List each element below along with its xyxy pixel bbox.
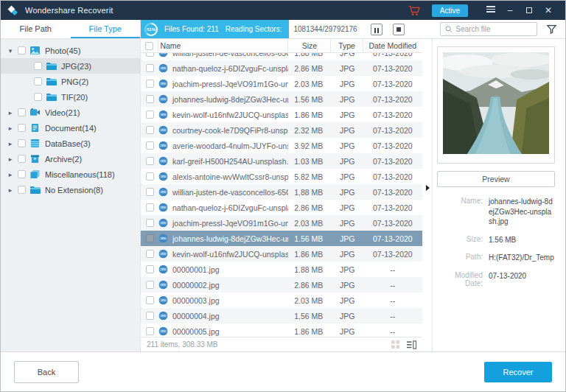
recover-button[interactable]: Recover: [484, 362, 552, 382]
row-checkbox[interactable]: [146, 126, 154, 134]
sidebar-item-miscellaneous[interactable]: ▸ Miscellaneous(118): [1, 167, 140, 182]
pause-scan-button[interactable]: [371, 24, 382, 35]
table-row[interactable]: JPG johannes-ludwig-8dejZGw3Hec-unsp... …: [141, 91, 422, 107]
tab-file-path[interactable]: File Path: [1, 20, 71, 38]
row-checkbox[interactable]: [146, 296, 154, 304]
row-checkbox[interactable]: [146, 327, 154, 335]
table-row[interactable]: JPG nathan-queloz-j-6DIZvguFc-unsplash..…: [141, 60, 422, 76]
maximize-icon[interactable]: [520, 5, 539, 15]
row-date: --: [363, 327, 422, 336]
table-row[interactable]: JPG courtney-cook-le7D9QFiPr8-unsplas...…: [141, 122, 422, 138]
table-row[interactable]: JPG 00000002.jpg 2.86 MB JPG --: [141, 277, 422, 293]
tree-checkbox[interactable]: [18, 155, 26, 163]
sidebar-item-tif[interactable]: TIF(20): [1, 89, 140, 105]
header-name[interactable]: Name: [158, 39, 288, 52]
scan-bar: 51% Files Found: 211 Reading Sectors: 10…: [141, 20, 565, 38]
tree-checkbox[interactable]: [34, 93, 42, 101]
row-checkbox[interactable]: [146, 265, 154, 273]
svg-text:JPG: JPG: [161, 175, 167, 178]
sidebar-item-database[interactable]: ▸ DataBase(3): [1, 136, 140, 151]
tree-checkbox[interactable]: [34, 77, 42, 85]
tree-checkbox[interactable]: [18, 108, 26, 116]
table-row[interactable]: JPG joachim-pressl-JqeVO91m1Go-unspl... …: [141, 76, 422, 91]
row-checkbox[interactable]: [146, 64, 154, 72]
select-all-checkbox[interactable]: [145, 42, 153, 50]
minimize-icon[interactable]: –: [500, 5, 520, 15]
row-checkbox[interactable]: [146, 157, 154, 165]
tree-item-label: Video(21): [45, 108, 80, 117]
table-row[interactable]: JPG johannes-ludwig-8dejZGw3Hec-unsp... …: [141, 231, 422, 246]
tree-checkbox[interactable]: [18, 124, 26, 132]
row-checkbox[interactable]: [146, 172, 154, 181]
tree-expand-arrow-icon[interactable]: ▾: [7, 47, 14, 55]
thumbnail-view-icon[interactable]: [391, 340, 399, 349]
sidebar-item-no-extension[interactable]: ▸ No Extension(8): [1, 182, 140, 197]
header-size[interactable]: Size: [288, 39, 331, 52]
file-table: Name Size Type Date Modified JPG willian…: [141, 39, 422, 351]
table-row[interactable]: JPG willian-justen-de-vasconcellos-65Ga.…: [141, 53, 422, 60]
row-date: --: [363, 296, 422, 305]
row-checkbox[interactable]: [146, 250, 154, 258]
tree-checkbox[interactable]: [18, 186, 26, 194]
table-row[interactable]: JPG 00000004.jpg 1.56 MB JPG --: [141, 308, 422, 323]
row-checkbox[interactable]: [146, 80, 154, 88]
table-row[interactable]: JPG kevin-wolf-u16nfw2JUCQ-unsplash.jpg …: [141, 246, 422, 262]
collapse-panel-arrow-icon[interactable]: [426, 185, 430, 191]
row-checkbox[interactable]: [146, 141, 154, 150]
header-type[interactable]: Type: [331, 39, 363, 52]
search-box[interactable]: [440, 22, 537, 36]
table-row[interactable]: JPG karl-greif-H500H254AU-unsplash.jpg 1…: [141, 153, 422, 169]
tree-expand-arrow-icon[interactable]: ▸: [7, 155, 14, 163]
tab-file-type[interactable]: File Type: [71, 20, 141, 38]
sidebar-item-document[interactable]: ▸ Document(14): [1, 120, 140, 136]
row-checkbox[interactable]: [146, 203, 154, 211]
row-checkbox[interactable]: [146, 53, 154, 57]
list-view-icon[interactable]: [407, 340, 416, 349]
menu-icon[interactable]: [481, 4, 500, 16]
tree-expand-arrow-icon[interactable]: ▸: [7, 109, 14, 116]
table-row[interactable]: JPG kevin-wolf-u16nfw2JUCQ-unsplash.jpg …: [141, 107, 422, 122]
table-row[interactable]: JPG joachim-pressl-JqeVO91m1Go-unspl... …: [141, 215, 422, 231]
tree-expand-arrow-icon[interactable]: ▸: [7, 140, 14, 147]
sidebar-item-archive[interactable]: ▸ Archive(2): [1, 151, 140, 167]
sidebar-item-photo[interactable]: ▾ Photo(45): [1, 43, 140, 58]
table-row[interactable]: JPG nathan-queloz-j-6DIZvguFc-unsplash..…: [141, 200, 422, 215]
header-date-modified[interactable]: Date Modified: [363, 39, 422, 52]
row-type: JPG: [332, 265, 363, 274]
table-row[interactable]: JPG 00000003.jpg 2.03 MB JPG --: [141, 293, 422, 308]
tree-expand-arrow-icon[interactable]: ▸: [7, 186, 14, 194]
row-checkbox[interactable]: [146, 95, 154, 103]
tree-checkbox[interactable]: [18, 46, 26, 55]
tree-expand-arrow-icon[interactable]: ▸: [7, 125, 14, 132]
active-license-badge[interactable]: Active: [432, 4, 468, 17]
cart-icon[interactable]: [408, 5, 420, 16]
table-row[interactable]: JPG 00000001.jpg 1.88 MB JPG --: [141, 262, 422, 277]
row-checkbox[interactable]: [146, 281, 154, 289]
row-checkbox[interactable]: [146, 219, 154, 227]
stop-scan-button[interactable]: [393, 24, 405, 35]
tree-checkbox[interactable]: [18, 139, 26, 147]
detail-name-value: johannes-ludwig-8dejZGw3Hec-unsplash.jpg: [489, 197, 555, 227]
row-checkbox[interactable]: [146, 111, 154, 119]
row-checkbox[interactable]: [146, 188, 154, 196]
row-checkbox[interactable]: [146, 234, 154, 242]
close-icon[interactable]: ✕: [539, 5, 558, 15]
preview-button[interactable]: Preview: [437, 171, 555, 187]
table-row[interactable]: JPG averie-woodard-4nulm-JUYFo-unspla...…: [141, 138, 422, 153]
tree-checkbox[interactable]: [18, 170, 26, 178]
row-date: 07-13-2020: [363, 234, 422, 243]
table-row[interactable]: JPG alexis-antoine-wvWwltCssr8-unsplas..…: [141, 169, 422, 184]
filter-icon[interactable]: [546, 24, 557, 35]
tree-expand-arrow-icon[interactable]: ▸: [7, 171, 14, 178]
back-button[interactable]: Back: [14, 361, 79, 383]
table-row[interactable]: JPG willian-justen-de-vasconcellos-65Ga.…: [141, 184, 422, 200]
sidebar-item-jpg[interactable]: JPG(23): [1, 58, 140, 74]
row-checkbox[interactable]: [146, 312, 154, 320]
sidebar-item-video[interactable]: ▸ Video(21): [1, 105, 140, 120]
table-row[interactable]: JPG 00000005.jpg 1.86 MB JPG --: [141, 323, 422, 337]
sidebar-item-png[interactable]: PNG(2): [1, 74, 140, 89]
search-input[interactable]: [455, 25, 531, 33]
row-type: JPG: [332, 172, 363, 181]
tree-checkbox[interactable]: [34, 62, 42, 70]
progress-ring: 51%: [144, 23, 158, 36]
